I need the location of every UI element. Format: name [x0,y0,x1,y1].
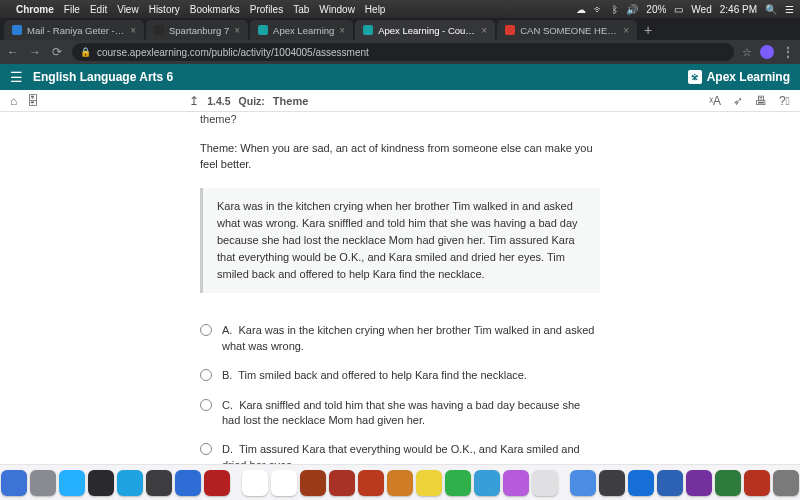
translate-icon[interactable]: ᵡA [709,94,721,108]
tab-close-icon[interactable]: × [481,25,487,36]
dock-app[interactable] [570,470,596,496]
dock-app[interactable] [445,470,471,496]
mac-menubar: Chrome File Edit View History Bookmarks … [0,0,800,18]
browser-tab[interactable]: Apex Learning - Courses× [355,20,495,40]
dock-app[interactable] [532,470,558,496]
mac-dock [0,464,800,500]
back-button[interactable]: ← [6,45,20,59]
dock-app[interactable] [204,470,230,496]
wifi-icon[interactable]: ᯤ [594,4,604,15]
brand[interactable]: ※ Apex Learning [688,70,790,84]
briefcase-icon[interactable]: 🗄 [27,94,39,108]
dock-app[interactable] [773,470,799,496]
dock-app[interactable] [175,470,201,496]
home-icon[interactable]: ⌂ [10,94,17,108]
volume-icon[interactable]: 🔊 [626,4,638,15]
dock-app[interactable] [1,470,27,496]
dock-app[interactable] [117,470,143,496]
dock-app[interactable] [329,470,355,496]
favicon-icon [258,25,268,35]
mac-menubar-right: ☁ ᯤ ᛒ 🔊 20% ▭ Wed 2:46 PM 🔍 ☰ [576,4,794,15]
menubar-item[interactable]: History [149,4,180,15]
choice-text: A. Kara was in the kitchen crying when h… [222,323,600,354]
lock-icon: 🔒 [80,47,91,57]
favicon-icon [505,25,515,35]
browser-tab[interactable]: Spartanburg 7× [146,20,248,40]
dock-app[interactable] [503,470,529,496]
dock-app[interactable] [628,470,654,496]
dock-app[interactable] [474,470,500,496]
bookmark-star-icon[interactable]: ☆ [742,46,752,59]
favicon-icon [12,25,22,35]
passage-box: Kara was in the kitchen crying when her … [200,188,600,293]
tab-label: Mail - Raniya Geter - Outlook [27,25,125,36]
answer-choice[interactable]: A. Kara was in the kitchen crying when h… [200,323,600,354]
favicon-icon [154,25,164,35]
radio-icon[interactable] [200,324,212,336]
address-bar[interactable]: 🔒 course.apexlearning.com/public/activit… [72,43,734,61]
help-icon[interactable]: ?⃝ [779,94,790,108]
hamburger-icon[interactable]: ☰ [10,69,23,85]
tab-close-icon[interactable]: × [234,25,240,36]
crumb-kind: Quiz: [239,95,265,107]
content-scroll[interactable]: theme? Theme: When you are sad, an act o… [0,112,800,464]
control-center-icon[interactable]: ☰ [785,4,794,15]
forward-button[interactable]: → [28,45,42,59]
spotlight-icon[interactable]: 🔍 [765,4,777,15]
dock-app[interactable] [387,470,413,496]
answer-choice[interactable]: B. Tim smiled back and offered to help K… [200,368,600,383]
menubar-item[interactable]: Help [365,4,386,15]
radio-icon[interactable] [200,443,212,455]
sequence-icon[interactable]: ↥ [189,94,199,108]
menubar-item[interactable]: Window [319,4,355,15]
menubar-app[interactable]: Chrome [16,4,54,15]
dock-app[interactable] [146,470,172,496]
browser-tab[interactable]: CAN SOMEONE HELP ME PLE× [497,20,637,40]
tab-close-icon[interactable]: × [623,25,629,36]
dock-app[interactable] [271,470,297,496]
radio-icon[interactable] [200,399,212,411]
dock-app[interactable] [88,470,114,496]
print-icon[interactable]: 🖶 [755,94,767,108]
menubar-day: Wed [691,4,711,15]
choice-text: B. Tim smiled back and offered to help K… [222,368,600,383]
favicon-icon [363,25,373,35]
menubar-item[interactable]: View [117,4,139,15]
answer-choice[interactable]: D. Tim assured Kara that everything woul… [200,442,600,464]
battery-pct: 20% [646,4,666,15]
tab-close-icon[interactable]: × [339,25,345,36]
dock-app[interactable] [715,470,741,496]
dock-app[interactable] [300,470,326,496]
choice-text: D. Tim assured Kara that everything woul… [222,442,600,464]
dock-app[interactable] [416,470,442,496]
question-trail: theme? [200,112,600,127]
reload-button[interactable]: ⟳ [50,45,64,59]
tab-label: Apex Learning - Courses [378,25,476,36]
browser-tab[interactable]: Mail - Raniya Geter - Outlook× [4,20,144,40]
new-tab-button[interactable]: + [639,20,657,40]
menubar-item[interactable]: Edit [90,4,107,15]
dock-app[interactable] [686,470,712,496]
tab-label: Apex Learning [273,25,334,36]
dock-app[interactable] [599,470,625,496]
tab-close-icon[interactable]: × [130,25,136,36]
crumb-title: Theme [273,95,308,107]
profile-avatar[interactable] [760,45,774,59]
accessibility-icon[interactable]: ➶ [733,94,743,108]
browser-tab[interactable]: Apex Learning× [250,20,353,40]
menubar-item[interactable]: Bookmarks [190,4,240,15]
menubar-item[interactable]: Profiles [250,4,283,15]
radio-icon[interactable] [200,369,212,381]
dock-app[interactable] [358,470,384,496]
chrome-menu-icon[interactable]: ⋮ [782,45,794,59]
menubar-item[interactable]: Tab [293,4,309,15]
dock-app[interactable] [657,470,683,496]
menubar-item[interactable]: File [64,4,80,15]
dock-app[interactable] [744,470,770,496]
bluetooth-icon[interactable]: ᛒ [612,4,618,15]
answer-choice[interactable]: C. Kara sniffled and told him that she w… [200,398,600,429]
dock-app[interactable] [59,470,85,496]
dock-app[interactable] [30,470,56,496]
dock-app[interactable] [242,470,268,496]
app-header: ☰ English Language Arts 6 ※ Apex Learnin… [0,64,800,90]
